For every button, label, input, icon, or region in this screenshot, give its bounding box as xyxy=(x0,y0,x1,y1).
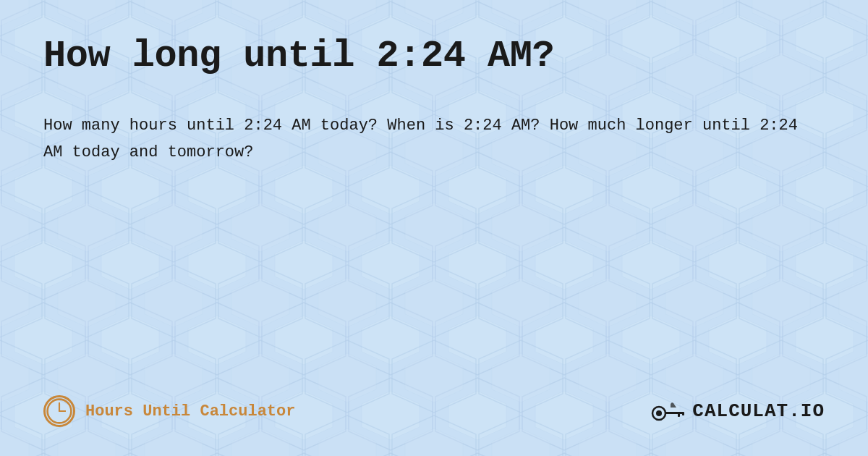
page-footer: Hours Until Calculator CALCULAT.IO xyxy=(43,381,825,427)
svg-point-7 xyxy=(48,400,72,423)
svg-rect-13 xyxy=(678,412,680,417)
calculat-text: CALCULAT.IO xyxy=(692,400,825,422)
brand-label: Hours Until Calculator xyxy=(85,402,295,421)
calculat-logo: CALCULAT.IO xyxy=(650,397,825,425)
svg-rect-14 xyxy=(682,412,684,415)
brand-right: CALCULAT.IO xyxy=(650,397,825,425)
page-title: How long until 2:24 AM? xyxy=(43,35,825,77)
page-description: How many hours until 2:24 AM today? When… xyxy=(43,112,810,166)
calculat-icon xyxy=(650,397,688,425)
clock-icon xyxy=(43,395,75,427)
svg-rect-12 xyxy=(665,412,684,414)
svg-point-11 xyxy=(656,410,662,416)
brand-left: Hours Until Calculator xyxy=(43,395,295,427)
